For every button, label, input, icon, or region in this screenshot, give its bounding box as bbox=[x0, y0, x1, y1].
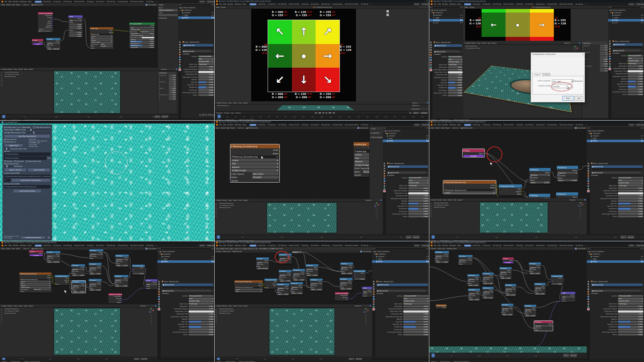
tab-workspace-texture-paint[interactable]: Texture Paint bbox=[73, 1, 86, 3]
slider-value[interactable]: Value2.000 bbox=[278, 294, 289, 295]
output-socket-value[interactable] bbox=[84, 266, 86, 268]
overlays-icon[interactable] bbox=[424, 102, 426, 103]
output-socket-reflection[interactable] bbox=[52, 26, 54, 28]
proportional-edit-icon[interactable] bbox=[171, 68, 172, 70]
menu-window[interactable]: Window bbox=[235, 124, 241, 126]
outliner-item-rock[interactable]: ◆rock bbox=[429, 21, 463, 24]
checkbox-clamp[interactable] bbox=[116, 261, 118, 262]
properties-tab-render[interactable] bbox=[158, 281, 160, 283]
property-field-metallic[interactable]: 0.000 bbox=[189, 318, 214, 320]
output-socket-color[interactable] bbox=[262, 283, 264, 284]
node-row-v[interactable]: Value2.000 bbox=[499, 277, 512, 279]
property-field-anisotropic[interactable]: 0.000 bbox=[403, 328, 429, 330]
menu-window[interactable]: Window bbox=[20, 245, 26, 246]
outliner-item-light[interactable]: ☀Light bbox=[608, 16, 644, 19]
dropdown-multiply[interactable]: Multiply▾ bbox=[307, 269, 318, 270]
tab-workspace-shading[interactable]: Shading bbox=[86, 1, 95, 3]
checkbox-clamp[interactable] bbox=[72, 270, 74, 272]
property-field-subsurface-anisotropy[interactable]: 0.000 bbox=[618, 197, 643, 199]
node-fraction[interactable]: ▾ FractionValueFraction▾ClampValue bbox=[458, 255, 473, 265]
property-field-base-color[interactable]: water.jpg bbox=[618, 184, 643, 187]
maximize-button[interactable]: □ bbox=[211, 242, 213, 243]
property-field-subsurface-anisotropy[interactable]: 0.000 bbox=[403, 315, 429, 318]
node-multiply[interactable]: ▾ MultiplyValueMultiply▾ClampValue bbox=[534, 320, 553, 331]
dropdown-random-walk[interactable]: Random Walk▾ bbox=[130, 29, 154, 30]
menu-render[interactable]: Render bbox=[228, 124, 233, 126]
output-socket-value[interactable] bbox=[42, 41, 44, 43]
tab-workspace-modeling[interactable]: Modeling bbox=[472, 3, 481, 5]
properties-tab-render[interactable] bbox=[373, 281, 375, 283]
menu-help[interactable]: Help bbox=[243, 245, 246, 246]
properties-tab-output[interactable] bbox=[587, 165, 589, 167]
unlink-icon[interactable]: × bbox=[427, 172, 428, 174]
property-field-subsurface-anisotropy[interactable]: 0.000 bbox=[198, 76, 214, 78]
property-field-subsurface-radius[interactable]: 1.000 bbox=[408, 190, 429, 192]
tab-workspace-layout[interactable]: Layout bbox=[35, 1, 42, 3]
node-row-img[interactable]: flowmap_Example.png× bbox=[230, 155, 279, 159]
dropdown-flat[interactable]: Flat▾ bbox=[355, 156, 370, 159]
property-field-sheen[interactable]: 0.000 bbox=[448, 95, 463, 97]
timeline-playhead[interactable]: 1 bbox=[2, 115, 5, 118]
timeline-end[interactable]: End 250 bbox=[570, 353, 577, 357]
output-socket-vector[interactable] bbox=[574, 294, 576, 296]
menu-file[interactable]: File bbox=[219, 245, 222, 246]
new-image-icon[interactable] bbox=[427, 6, 428, 8]
output-socket-value[interactable] bbox=[511, 269, 512, 271]
node-water-jpg[interactable]: ▾ water.jpgColorAlphawater.jpg×Linear▾Fl… bbox=[89, 27, 114, 49]
outliner-item-plane[interactable]: ▦Plane bbox=[372, 260, 429, 263]
node-row-v[interactable]: Value2.000 bbox=[435, 261, 449, 263]
property-dropdown-ggx[interactable]: GGX▾ bbox=[618, 298, 643, 300]
surface-shader-selector[interactable]: Principled BSDF bbox=[198, 55, 214, 58]
tab-workspace-rendering[interactable]: Rendering bbox=[321, 3, 331, 5]
properties-tab-object[interactable] bbox=[609, 53, 611, 55]
transform-value-field[interactable]: 0 m bbox=[169, 98, 176, 100]
input-socket-value[interactable] bbox=[534, 291, 536, 293]
radius-slider[interactable] bbox=[26, 129, 50, 130]
properties-tab-particles[interactable] bbox=[384, 180, 385, 182]
viewlayer-selector[interactable]: ViewLayer bbox=[206, 0, 214, 3]
hand-icon[interactable] bbox=[386, 14, 389, 16]
output-size-slider[interactable] bbox=[4, 166, 13, 167]
menu-render[interactable]: Render bbox=[228, 3, 233, 5]
material-slot-active[interactable]: ● Material.001 bbox=[377, 284, 428, 286]
value-slider[interactable]: 64.000 bbox=[503, 262, 513, 263]
filter-icon[interactable] bbox=[212, 4, 214, 6]
slider-specular-tint[interactable]: Specular Tint0.000 bbox=[130, 43, 154, 44]
minimize-button[interactable]: – bbox=[639, 121, 640, 123]
node-row-v[interactable]: Value2.000 bbox=[468, 299, 480, 301]
output-socket-alpha[interactable] bbox=[112, 32, 114, 33]
minimize-button[interactable]: – bbox=[424, 0, 425, 2]
overlay-texture-path-field[interactable]: D:\Textures\Demo\reference\flowmap.png bbox=[4, 185, 50, 188]
tab-workspace-compositing[interactable]: Compositing bbox=[546, 245, 558, 247]
node-row-c3[interactable]: 0.000 bbox=[353, 278, 366, 280]
overlays-icon[interactable] bbox=[173, 68, 175, 70]
properties-tab-scene[interactable] bbox=[587, 170, 589, 172]
view3d-menu-view[interactable]: View bbox=[228, 199, 231, 201]
checkbox-clamp[interactable] bbox=[530, 177, 532, 178]
timeline-playhead[interactable]: 1 bbox=[217, 235, 220, 239]
orientation-selector[interactable]: Global ▾ bbox=[564, 42, 570, 44]
node-row-v[interactable]: Anisotropic0.000 bbox=[129, 47, 155, 49]
surface-shader-selector[interactable]: Principled BSDF bbox=[408, 177, 429, 179]
blender-logo-icon[interactable] bbox=[1, 245, 3, 246]
properties-tab-render[interactable] bbox=[179, 41, 181, 43]
tab-workspace-compositing[interactable]: Compositing bbox=[331, 245, 343, 247]
snap-icon[interactable] bbox=[373, 199, 374, 201]
property-field-specular[interactable]: 0.500 bbox=[448, 82, 463, 84]
property-field-anisotropic[interactable]: 0.000 bbox=[618, 328, 643, 330]
outliner-item-camera[interactable]: ▣Camera bbox=[383, 135, 429, 137]
render-camera-icon[interactable] bbox=[462, 17, 463, 18]
tab-workspace-layout[interactable]: Layout bbox=[249, 245, 257, 247]
erase-flow-checkbox[interactable]: Erase flow mode (E) bbox=[33, 126, 50, 128]
node-row-v[interactable]: Value2.000 bbox=[534, 293, 546, 295]
dropdown-multiply[interactable]: Multiply▾ bbox=[73, 285, 85, 286]
property-dropdown-ggx[interactable]: GGX▾ bbox=[618, 179, 643, 182]
output-socket-value[interactable] bbox=[42, 252, 44, 254]
tab-workspace-texture-paint[interactable]: Texture Paint bbox=[73, 245, 86, 247]
dialog-windowed-checkbox[interactable]: ✓Windowed bbox=[572, 79, 583, 82]
zoom-icon[interactable] bbox=[365, 314, 367, 316]
timeline-start[interactable]: Start 1 bbox=[406, 235, 412, 239]
tab-workspace-rendering[interactable]: Rendering bbox=[321, 245, 331, 247]
node-row-cb[interactable]: Clamp bbox=[529, 176, 551, 179]
node-value[interactable]: ▾ Value bbox=[292, 251, 302, 254]
